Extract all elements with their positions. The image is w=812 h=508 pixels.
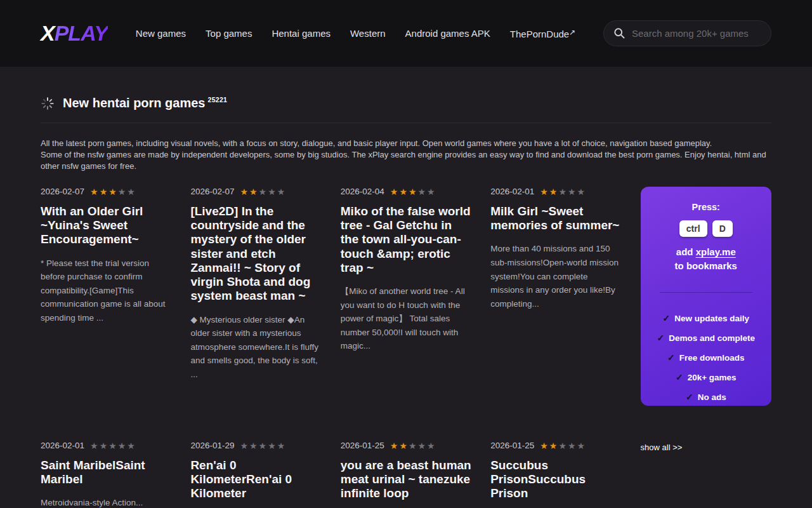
game-description: More than 40 missions and 150 sub-missio… xyxy=(490,242,621,311)
game-title[interactable]: Succubus PrisonSuccubus Prison xyxy=(490,458,621,501)
games-count-badge: 25221 xyxy=(208,96,228,104)
game-date: 2026-02-01 xyxy=(490,187,534,196)
game-card[interactable]: 2026-01-25★★★★★ Succubus PrisonSuccubus … xyxy=(490,441,621,508)
loading-spinner-icon xyxy=(41,97,55,110)
xplay-domain-link[interactable]: xplay.me xyxy=(696,246,736,257)
star-rating: ★★★★★ xyxy=(540,441,586,450)
search-box xyxy=(603,20,771,46)
star-rating: ★★★★★ xyxy=(390,187,436,196)
logo[interactable]: XPLAY xyxy=(41,21,108,46)
game-date: 2026-02-04 xyxy=(341,187,384,196)
game-card[interactable]: 2026-02-04★★★★★ Miko of the false world … xyxy=(341,187,471,406)
promo-feature-list: ✓New updates daily ✓Demos and complete ✓… xyxy=(652,309,760,407)
logo-x: X xyxy=(41,21,55,45)
game-date: 2026-01-25 xyxy=(341,441,384,450)
game-description: * Please test the trial version before p… xyxy=(41,257,171,325)
check-icon: ✓ xyxy=(657,333,665,343)
star-rating: ★★★★★ xyxy=(240,187,286,196)
game-description: 【Miko of another world tree - All you wa… xyxy=(341,284,471,353)
game-title[interactable]: Saint MaribelSaint Maribel xyxy=(41,458,171,486)
show-all-link[interactable]: show all >> xyxy=(641,441,771,508)
star-rating: ★★★★★ xyxy=(90,441,136,450)
feature-label: No ads xyxy=(698,392,726,402)
game-date: 2026-02-07 xyxy=(190,187,234,196)
star-rating: ★★★★★ xyxy=(540,187,586,196)
external-link-icon: ↗ xyxy=(569,28,575,37)
game-card[interactable]: 2026-01-25★★★★★ you are a beast human me… xyxy=(341,441,471,508)
nav-item-hentai-games[interactable]: Hentai games xyxy=(272,28,331,39)
check-icon: ✓ xyxy=(676,372,683,382)
star-rating: ★★★★★ xyxy=(390,441,436,450)
game-description: Metroidvania-style Action... xyxy=(41,496,171,508)
title-divider xyxy=(41,123,771,123)
game-date: 2026-02-07 xyxy=(41,187,84,196)
feature-label: 20k+ games xyxy=(688,373,737,382)
game-card[interactable]: 2026-02-01★★★★★ Saint MaribelSaint Marib… xyxy=(41,441,171,508)
game-title[interactable]: Ren'ai 0 KilometerRen'ai 0 Kilometer xyxy=(190,458,321,501)
intro-text: All the latest porn games, including vis… xyxy=(41,138,771,172)
promo-divider xyxy=(660,292,752,293)
game-date: 2026-02-01 xyxy=(41,441,84,450)
page-head: New hentai porn games25221 xyxy=(41,96,771,110)
search-icon xyxy=(613,27,625,39)
main-nav: New games Top games Hentai games Western… xyxy=(136,28,591,39)
header: XPLAY New games Top games Hentai games W… xyxy=(0,0,812,67)
nav-item-theporndude[interactable]: ThePornDude↗ xyxy=(510,28,575,39)
game-card[interactable]: 2026-02-07★★★★★ With an Older Girl ~Yuin… xyxy=(41,187,171,406)
bookmark-promo-card: Press: ctrl D add xplay.me to bookmarks … xyxy=(641,187,771,406)
logo-play: PLAY xyxy=(55,21,108,45)
check-icon: ✓ xyxy=(667,352,675,363)
game-title[interactable]: [Live2D] In the countryside and the myst… xyxy=(190,204,321,304)
star-rating: ★★★★★ xyxy=(90,187,136,196)
feature-label: New updates daily xyxy=(674,314,749,323)
feature-label: Demos and complete xyxy=(669,333,755,343)
d-keycap: D xyxy=(712,220,733,237)
main-content: New hentai porn games25221 All the lates… xyxy=(0,96,812,508)
press-label: Press: xyxy=(652,202,760,212)
games-grid: 2026-02-07★★★★★ With an Older Girl ~Yuin… xyxy=(41,187,771,508)
nav-item-new-games[interactable]: New games xyxy=(136,28,186,39)
nav-item-western[interactable]: Western xyxy=(350,28,386,39)
game-description: ◆ Mysterious older sister ◆An older sist… xyxy=(190,313,321,382)
search-input[interactable] xyxy=(603,20,771,46)
game-title[interactable]: you are a beast human meat urinal ~ tane… xyxy=(341,458,471,501)
game-date: 2026-01-25 xyxy=(490,441,534,450)
add-bookmark-text: add xplay.me to bookmarks xyxy=(652,245,760,273)
nav-item-android-apk[interactable]: Android games APK xyxy=(405,28,490,39)
game-title[interactable]: Milk Girl ~Sweet memories of summer~ xyxy=(490,204,621,232)
game-title[interactable]: With an Older Girl ~Yuina's Sweet Encour… xyxy=(41,204,171,247)
check-icon: ✓ xyxy=(686,392,693,402)
game-title[interactable]: Miko of the false world tree - Gal Getch… xyxy=(341,204,471,275)
ctrl-keycap: ctrl xyxy=(679,220,707,237)
game-card[interactable]: 2026-01-29★★★★★ Ren'ai 0 KilometerRen'ai… xyxy=(190,441,321,508)
page-title: New hentai porn games25221 xyxy=(63,96,227,110)
feature-label: Free downloads xyxy=(679,353,745,363)
star-rating: ★★★★★ xyxy=(240,441,286,450)
game-card[interactable]: 2026-02-01★★★★★ Milk Girl ~Sweet memorie… xyxy=(490,187,621,406)
game-card[interactable]: 2026-02-07★★★★★ [Live2D] In the countrys… xyxy=(190,187,321,406)
nav-item-top-games[interactable]: Top games xyxy=(206,28,252,39)
game-date: 2026-01-29 xyxy=(190,441,234,450)
check-icon: ✓ xyxy=(663,313,671,323)
